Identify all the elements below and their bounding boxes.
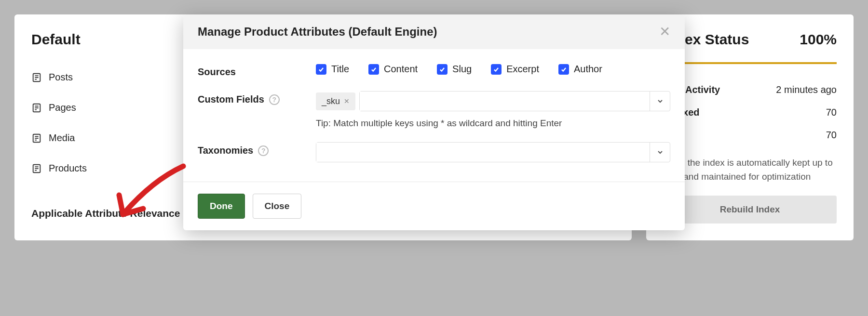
checkbox-checked-icon (558, 64, 569, 75)
help-icon[interactable]: ? (269, 94, 280, 105)
help-icon[interactable]: ? (258, 145, 269, 156)
source-checkbox-author[interactable]: Author (558, 64, 602, 75)
manage-attributes-modal: Manage Product Attributes (Default Engin… (183, 14, 685, 230)
remove-tag-icon[interactable]: ✕ (344, 97, 350, 105)
checkbox-checked-icon (491, 64, 502, 75)
checkbox-checked-icon (368, 64, 379, 75)
custom-fields-input[interactable] (360, 92, 650, 111)
chevron-down-icon[interactable] (650, 92, 670, 111)
custom-field-tag[interactable]: _sku ✕ (316, 92, 355, 110)
checkbox-checked-icon (316, 64, 326, 75)
source-checkbox-slug[interactable]: Slug (437, 64, 472, 75)
source-checkbox-excerpt[interactable]: Excerpt (491, 64, 539, 75)
source-checkbox-title[interactable]: Title (316, 64, 349, 75)
close-button[interactable]: Close (253, 194, 302, 219)
custom-fields-tip: Tip: Match multiple keys using * as wild… (316, 118, 670, 129)
sources-label: Sources (198, 64, 316, 78)
custom-fields-combo[interactable] (359, 91, 670, 111)
taxonomies-combo[interactable] (316, 142, 670, 162)
checkbox-checked-icon (437, 64, 448, 75)
close-icon: ✕ (659, 25, 670, 39)
custom-fields-label: Custom Fields ? (198, 91, 316, 105)
modal-overlay: Manage Product Attributes (Default Engin… (0, 0, 868, 316)
taxonomies-input[interactable] (316, 143, 650, 162)
taxonomies-label: Taxonomies ? (198, 142, 316, 156)
modal-title: Manage Product Attributes (Default Engin… (198, 25, 437, 39)
source-checkbox-content[interactable]: Content (368, 64, 418, 75)
chevron-down-icon[interactable] (650, 143, 670, 162)
done-button[interactable]: Done (198, 194, 245, 219)
